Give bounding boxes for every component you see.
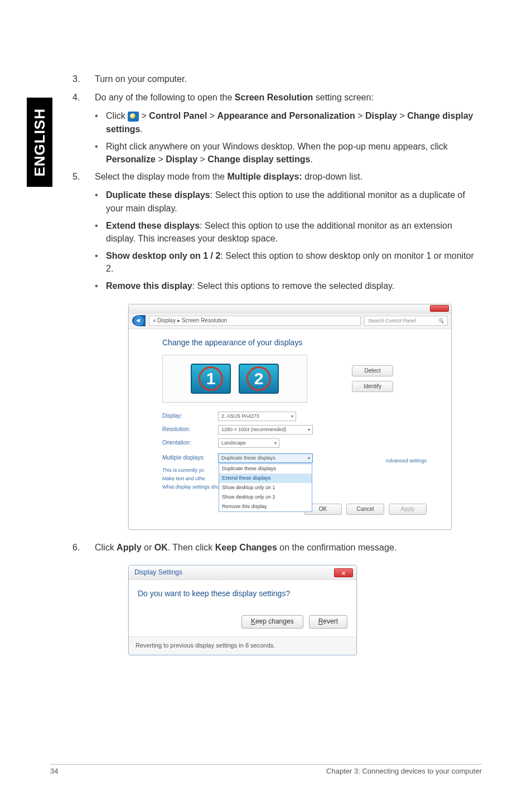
bold: Change display settings — [207, 154, 310, 164]
row-resolution: Resolution: 1280 × 1024 (recommended) — [162, 425, 438, 434]
monitor-2[interactable]: 2 — [239, 364, 279, 394]
keep-changes-button[interactable]: Keep changes — [241, 615, 303, 629]
revert-button[interactable]: Revert — [309, 615, 347, 629]
chapter-title: Chapter 3: Connecting devices to your co… — [326, 767, 482, 775]
label: Resolution: — [162, 426, 218, 434]
step-5: 5. Select the display mode from the Mult… — [72, 170, 482, 183]
page-footer: 34 Chapter 3: Connecting devices to your… — [50, 764, 482, 775]
apply-button[interactable]: Apply — [389, 504, 427, 515]
breadcrumb-text: « Display ▸ Screen Resolution — [153, 317, 227, 325]
main-content: 3. Turn on your computer. 4. Do any of t… — [72, 73, 482, 655]
monitor-1[interactable]: 1 — [191, 364, 231, 394]
bullet: • — [95, 189, 106, 214]
window-screen-resolution: « Display ▸ Screen Resolution Search Con… — [128, 304, 452, 530]
dropdown-option[interactable]: Show desktop only on 2 — [219, 492, 312, 502]
resolution-select[interactable]: 1280 × 1024 (recommended) — [218, 425, 313, 434]
dialog-footer: Reverting to previous display settings i… — [129, 636, 356, 655]
text: or — [142, 543, 154, 552]
label: eep changes — [255, 617, 294, 626]
window-heading: Change the appearance of your displays — [162, 337, 438, 348]
display-preview-row: 1 2 Detect Identify — [162, 355, 438, 403]
step-text: Turn on your computer. — [95, 73, 482, 85]
highlight-ring-icon — [199, 366, 223, 391]
dialog-titlebar: Display Settings — [129, 566, 356, 580]
bold: Display — [166, 154, 197, 164]
sub-text: Click > Control Panel > Appearance and P… — [106, 109, 482, 135]
sub-text: Duplicate these displays: Select this op… — [106, 189, 482, 214]
dialog-body: Do you want to keep these display settin… — [129, 580, 356, 636]
detect-button[interactable]: Detect — [352, 365, 393, 376]
label: evert — [323, 617, 338, 626]
accel: K — [251, 617, 255, 626]
step-5-sub-dup: • Duplicate these displays: Select this … — [95, 189, 482, 214]
dialog-title-text: Display Settings — [134, 568, 182, 577]
sub-text: Remove this display: Select this options… — [106, 279, 482, 292]
multiple-displays-dropdown: Duplicate these displays Extend these di… — [219, 463, 312, 512]
label: Multiple displays: — [162, 454, 218, 462]
bullet: • — [95, 140, 106, 166]
orientation-select[interactable]: Landscape — [218, 438, 279, 448]
step-4-sub-b: • Right click anywhere on your Windows d… — [95, 140, 482, 166]
step-text: Do any of the following to open the Scre… — [95, 91, 482, 104]
figure-display-settings-dialog: Display Settings Do you want to keep the… — [128, 565, 482, 655]
bold: Extend these displays — [106, 221, 200, 230]
window-titlebar — [129, 305, 451, 313]
bold: Remove this display — [106, 281, 192, 291]
text: . Then click — [168, 543, 215, 552]
row-multiple-displays: Multiple displays: Duplicate these displ… — [162, 453, 438, 463]
bullet: • — [95, 279, 106, 292]
multiple-displays-select[interactable]: Duplicate these displays Duplicate these… — [218, 453, 313, 463]
text: Click — [95, 543, 117, 552]
display-select[interactable]: 2. ASUS PA4273 — [218, 412, 296, 421]
label: Identify — [364, 383, 381, 391]
page-number: 34 — [50, 767, 58, 775]
close-icon[interactable] — [334, 568, 353, 577]
step-number: 3. — [72, 73, 95, 85]
sub-text: Right click anywhere on your Windows des… — [106, 140, 482, 166]
row-orientation: Orientation: Landscape — [162, 438, 438, 448]
window-body: Change the appearance of your displays 1… — [129, 329, 451, 529]
display-settings-form: Display: 2. ASUS PA4273 Resolution: 1280… — [162, 412, 438, 491]
text: Do any of the following to open the — [95, 93, 235, 102]
text: . — [310, 154, 312, 164]
highlight-ring-icon — [246, 366, 271, 391]
label: Display: — [162, 412, 218, 421]
accel: R — [318, 617, 323, 626]
dialog-message: Do you want to keep these display settin… — [138, 588, 347, 599]
language-tab: ENGLISH — [27, 98, 52, 187]
sub-text: Extend these displays: Select this optio… — [106, 219, 482, 245]
bold: OK — [154, 543, 168, 552]
figure-screen-resolution: « Display ▸ Screen Resolution Search Con… — [128, 304, 482, 530]
bold: Multiple displays: — [227, 172, 302, 181]
sub-text: Show desktop only on 1 / 2: Select this … — [106, 249, 482, 275]
step-text: Select the display mode from the Multipl… — [95, 170, 482, 183]
step-6: 6. Click Apply or OK. Then click Keep Ch… — [72, 541, 482, 554]
step-4-sub-a: • Click > Control Panel > Appearance and… — [95, 109, 482, 135]
dropdown-option[interactable]: Remove this display — [219, 502, 312, 511]
step-5-sub-remove: • Remove this display: Select this optio… — [95, 279, 482, 292]
label: Cancel — [356, 505, 374, 514]
step-5-sub-ext: • Extend these displays: Select this opt… — [95, 219, 482, 245]
text: Click — [106, 111, 128, 120]
bold: Apply — [117, 543, 141, 552]
step-text: Click Apply or OK. Then click Keep Chang… — [95, 541, 482, 554]
dropdown-option[interactable]: Duplicate these displays — [219, 464, 312, 474]
display-preview[interactable]: 1 2 — [162, 355, 307, 403]
search-input[interactable]: Search Control Panel 🔍 — [364, 316, 448, 326]
bold: Keep Changes — [215, 543, 277, 552]
bold: Show desktop only on 1 / 2 — [106, 251, 220, 260]
value: 1280 × 1024 (recommended) — [221, 426, 286, 433]
step-3: 3. Turn on your computer. — [72, 73, 482, 85]
dropdown-option[interactable]: Show desktop only on 1 — [219, 483, 312, 492]
close-icon[interactable] — [430, 305, 449, 312]
dropdown-option[interactable]: Extend these displays — [219, 474, 312, 483]
value: Landscape — [221, 439, 246, 447]
cancel-button[interactable]: Cancel — [346, 504, 384, 515]
back-icon[interactable] — [132, 315, 146, 326]
text: > — [156, 154, 166, 164]
text: . — [140, 124, 142, 134]
breadcrumb[interactable]: « Display ▸ Screen Resolution — [149, 316, 361, 326]
bold: Duplicate these displays — [106, 190, 210, 200]
dialog-display-settings: Display Settings Do you want to keep the… — [128, 565, 357, 655]
identify-button[interactable]: Identify — [352, 381, 393, 392]
